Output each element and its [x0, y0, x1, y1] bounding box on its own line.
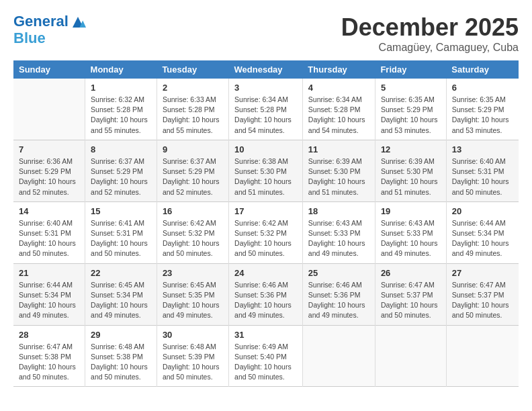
day-number: 15 — [91, 206, 151, 216]
calendar-cell: 26Sunrise: 6:47 AM Sunset: 5:37 PM Dayli… — [375, 263, 446, 325]
day-number: 23 — [163, 268, 223, 278]
day-number: 1 — [91, 83, 151, 93]
day-number: 30 — [163, 330, 223, 340]
calendar-cell: 28Sunrise: 6:47 AM Sunset: 5:38 PM Dayli… — [13, 325, 85, 387]
calendar-cell: 22Sunrise: 6:45 AM Sunset: 5:34 PM Dayli… — [85, 263, 157, 325]
day-info: Sunrise: 6:45 AM Sunset: 5:34 PM Dayligh… — [91, 280, 151, 321]
calendar-cell: 5Sunrise: 6:35 AM Sunset: 5:29 PM Daylig… — [375, 79, 446, 140]
calendar-cell: 31Sunrise: 6:49 AM Sunset: 5:40 PM Dayli… — [229, 325, 303, 387]
location-subtitle: Camagüey, Camaguey, Cuba — [341, 42, 519, 54]
day-number: 9 — [163, 144, 223, 154]
day-info: Sunrise: 6:40 AM Sunset: 5:31 PM Dayligh… — [452, 156, 513, 197]
day-info: Sunrise: 6:44 AM Sunset: 5:34 PM Dayligh… — [19, 280, 79, 321]
logo-text: GeneralBlue — [13, 13, 87, 46]
calendar-table: SundayMondayTuesdayWednesdayThursdayFrid… — [13, 60, 519, 387]
calendar-cell: 4Sunrise: 6:34 AM Sunset: 5:28 PM Daylig… — [302, 79, 375, 140]
day-info: Sunrise: 6:34 AM Sunset: 5:28 PM Dayligh… — [234, 95, 297, 136]
calendar-cell: 25Sunrise: 6:46 AM Sunset: 5:36 PM Dayli… — [302, 263, 375, 325]
calendar-cell: 27Sunrise: 6:47 AM Sunset: 5:37 PM Dayli… — [446, 263, 519, 325]
calendar-cell — [302, 325, 375, 387]
calendar-cell: 19Sunrise: 6:43 AM Sunset: 5:33 PM Dayli… — [375, 201, 446, 263]
day-info: Sunrise: 6:33 AM Sunset: 5:28 PM Dayligh… — [163, 95, 223, 136]
day-number: 20 — [452, 206, 513, 216]
day-number: 4 — [308, 83, 369, 93]
day-number: 29 — [91, 330, 151, 340]
calendar-week-row: 1Sunrise: 6:32 AM Sunset: 5:28 PM Daylig… — [13, 79, 519, 140]
day-number: 21 — [19, 268, 79, 278]
calendar-cell: 15Sunrise: 6:41 AM Sunset: 5:31 PM Dayli… — [85, 201, 157, 263]
calendar-cell: 14Sunrise: 6:40 AM Sunset: 5:31 PM Dayli… — [13, 201, 85, 263]
day-number: 13 — [452, 144, 513, 154]
day-number: 31 — [234, 330, 297, 340]
day-number: 27 — [452, 268, 513, 278]
calendar-cell — [13, 79, 85, 140]
day-info: Sunrise: 6:39 AM Sunset: 5:30 PM Dayligh… — [381, 156, 441, 197]
weekday-header-cell: Monday — [85, 60, 157, 79]
day-number: 26 — [381, 268, 441, 278]
weekday-header-cell: Tuesday — [157, 60, 228, 79]
day-number: 14 — [19, 206, 79, 216]
calendar-cell: 10Sunrise: 6:38 AM Sunset: 5:30 PM Dayli… — [229, 140, 303, 201]
day-info: Sunrise: 6:43 AM Sunset: 5:33 PM Dayligh… — [381, 218, 441, 259]
day-info: Sunrise: 6:47 AM Sunset: 5:37 PM Dayligh… — [452, 280, 513, 321]
logo: GeneralBlue — [13, 13, 87, 46]
calendar-week-row: 28Sunrise: 6:47 AM Sunset: 5:38 PM Dayli… — [13, 325, 519, 387]
calendar-cell: 17Sunrise: 6:42 AM Sunset: 5:32 PM Dayli… — [229, 201, 303, 263]
weekday-header-cell: Saturday — [446, 60, 519, 79]
day-number: 25 — [308, 268, 369, 278]
day-number: 24 — [234, 268, 297, 278]
calendar-week-row: 7Sunrise: 6:36 AM Sunset: 5:29 PM Daylig… — [13, 140, 519, 201]
title-block: December 2025 Camagüey, Camaguey, Cuba — [341, 13, 519, 54]
day-info: Sunrise: 6:37 AM Sunset: 5:29 PM Dayligh… — [163, 156, 223, 197]
day-info: Sunrise: 6:49 AM Sunset: 5:40 PM Dayligh… — [234, 342, 297, 383]
calendar-cell — [446, 325, 519, 387]
weekday-header-row: SundayMondayTuesdayWednesdayThursdayFrid… — [13, 60, 519, 79]
weekday-header-cell: Thursday — [302, 60, 375, 79]
day-info: Sunrise: 6:47 AM Sunset: 5:37 PM Dayligh… — [381, 280, 441, 321]
weekday-header-cell: Sunday — [13, 60, 85, 79]
day-number: 2 — [163, 83, 223, 93]
day-number: 8 — [91, 144, 151, 154]
day-number: 10 — [234, 144, 297, 154]
calendar-week-row: 14Sunrise: 6:40 AM Sunset: 5:31 PM Dayli… — [13, 201, 519, 263]
day-info: Sunrise: 6:48 AM Sunset: 5:39 PM Dayligh… — [163, 342, 223, 383]
day-number: 12 — [381, 144, 441, 154]
day-info: Sunrise: 6:35 AM Sunset: 5:29 PM Dayligh… — [381, 95, 441, 136]
page-header: GeneralBlue December 2025 Camagüey, Cama… — [13, 13, 519, 54]
day-info: Sunrise: 6:46 AM Sunset: 5:36 PM Dayligh… — [234, 280, 297, 321]
day-info: Sunrise: 6:32 AM Sunset: 5:28 PM Dayligh… — [91, 95, 151, 136]
day-number: 3 — [234, 83, 297, 93]
calendar-cell: 2Sunrise: 6:33 AM Sunset: 5:28 PM Daylig… — [157, 79, 228, 140]
calendar-cell: 18Sunrise: 6:43 AM Sunset: 5:33 PM Dayli… — [302, 201, 375, 263]
day-info: Sunrise: 6:38 AM Sunset: 5:30 PM Dayligh… — [234, 156, 297, 197]
calendar-body: 1Sunrise: 6:32 AM Sunset: 5:28 PM Daylig… — [13, 79, 519, 387]
calendar-cell: 1Sunrise: 6:32 AM Sunset: 5:28 PM Daylig… — [85, 79, 157, 140]
day-info: Sunrise: 6:34 AM Sunset: 5:28 PM Dayligh… — [308, 95, 369, 136]
calendar-cell: 20Sunrise: 6:44 AM Sunset: 5:34 PM Dayli… — [446, 201, 519, 263]
day-info: Sunrise: 6:35 AM Sunset: 5:29 PM Dayligh… — [452, 95, 513, 136]
calendar-cell: 8Sunrise: 6:37 AM Sunset: 5:29 PM Daylig… — [85, 140, 157, 201]
calendar-cell: 12Sunrise: 6:39 AM Sunset: 5:30 PM Dayli… — [375, 140, 446, 201]
day-number: 17 — [234, 206, 297, 216]
weekday-header-cell: Wednesday — [229, 60, 303, 79]
calendar-cell: 23Sunrise: 6:45 AM Sunset: 5:35 PM Dayli… — [157, 263, 228, 325]
calendar-cell: 24Sunrise: 6:46 AM Sunset: 5:36 PM Dayli… — [229, 263, 303, 325]
calendar-cell: 21Sunrise: 6:44 AM Sunset: 5:34 PM Dayli… — [13, 263, 85, 325]
day-number: 7 — [19, 144, 79, 154]
day-info: Sunrise: 6:47 AM Sunset: 5:38 PM Dayligh… — [19, 342, 79, 383]
day-info: Sunrise: 6:43 AM Sunset: 5:33 PM Dayligh… — [308, 218, 369, 259]
calendar-cell — [375, 325, 446, 387]
day-info: Sunrise: 6:37 AM Sunset: 5:29 PM Dayligh… — [91, 156, 151, 197]
day-info: Sunrise: 6:44 AM Sunset: 5:34 PM Dayligh… — [452, 218, 513, 259]
day-number: 16 — [163, 206, 223, 216]
calendar-cell: 29Sunrise: 6:48 AM Sunset: 5:38 PM Dayli… — [85, 325, 157, 387]
day-info: Sunrise: 6:36 AM Sunset: 5:29 PM Dayligh… — [19, 156, 79, 197]
day-info: Sunrise: 6:42 AM Sunset: 5:32 PM Dayligh… — [234, 218, 297, 259]
day-number: 22 — [91, 268, 151, 278]
day-number: 18 — [308, 206, 369, 216]
calendar-cell: 11Sunrise: 6:39 AM Sunset: 5:30 PM Dayli… — [302, 140, 375, 201]
calendar-cell: 16Sunrise: 6:42 AM Sunset: 5:32 PM Dayli… — [157, 201, 228, 263]
day-info: Sunrise: 6:41 AM Sunset: 5:31 PM Dayligh… — [91, 218, 151, 259]
day-info: Sunrise: 6:40 AM Sunset: 5:31 PM Dayligh… — [19, 218, 79, 259]
calendar-cell: 30Sunrise: 6:48 AM Sunset: 5:39 PM Dayli… — [157, 325, 228, 387]
